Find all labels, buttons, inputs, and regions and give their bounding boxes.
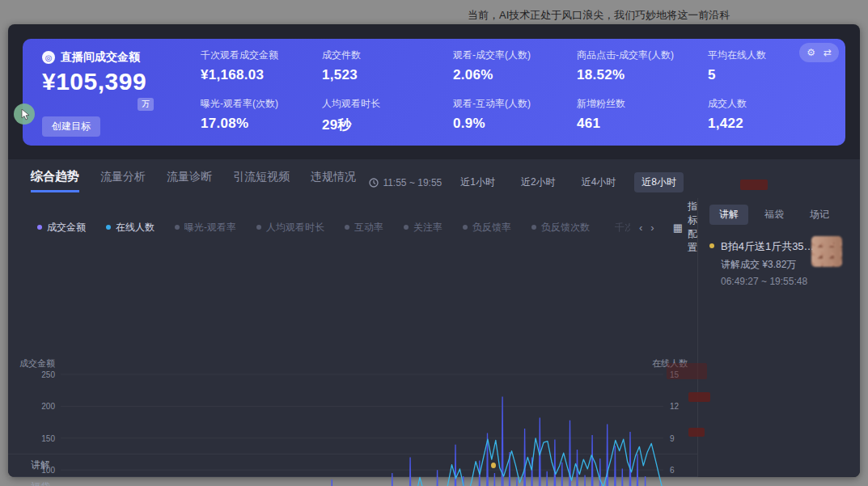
item-thumbnail (811, 236, 842, 267)
panel-tabs: 讲解 福袋 场记 (709, 205, 860, 225)
dot-icon (175, 225, 180, 230)
tab-violations[interactable]: 违规情况 (311, 170, 356, 190)
metric-config-button[interactable]: ▦ 指标配置 (673, 200, 697, 255)
cursor (14, 104, 35, 125)
metric-cell: 观看-成交率(人数) 2.06% (453, 49, 531, 83)
legend-pager: ‹ › (639, 222, 654, 234)
tab-overall-trend[interactable]: 综合趋势 (31, 169, 79, 192)
item-dot-icon (709, 243, 714, 248)
grid-icon: ▦ (673, 222, 683, 234)
metric-cell: 观看-互动率(人数) 0.9% (453, 97, 531, 132)
time-opt-2h[interactable]: 近2小时 (514, 172, 563, 192)
primary-metric-value: ¥105,399 (42, 68, 196, 95)
metric-cell: 成交人数 1,422 (708, 97, 747, 132)
svg-text:12: 12 (670, 402, 680, 411)
red-annotation (688, 428, 705, 437)
tab-traffic-diagnosis[interactable]: 流量诊断 (167, 170, 212, 190)
timeline-row-explain[interactable]: 讲解 (8, 454, 697, 475)
dot-icon (106, 225, 111, 230)
legend-negative-rate[interactable]: 负反馈率 (456, 218, 518, 237)
legend-row: 成交金额 在线人数 曝光-观看率 人均观看时长 互动率 关注率 (31, 200, 697, 255)
svg-text:成交金额: 成交金额 (19, 358, 55, 368)
time-opt-1h[interactable]: 近1小时 (453, 172, 502, 192)
dot-icon (37, 225, 42, 230)
gear-icon[interactable]: ⚙ (807, 47, 815, 58)
dot-icon (256, 225, 261, 230)
svg-text:200: 200 (41, 402, 55, 411)
metric-cell: 人均观看时长 29秒 (322, 97, 380, 134)
svg-text:150: 150 (41, 434, 55, 443)
dot-icon (531, 225, 536, 230)
svg-text:9: 9 (670, 434, 675, 443)
pager-prev-icon[interactable]: ‹ (639, 222, 642, 234)
legend-online-users[interactable]: 在线人数 (100, 218, 161, 237)
red-annotation (688, 392, 710, 402)
legend-negative-count[interactable]: 负反馈次数 (525, 218, 596, 237)
primary-metric: ◎ 直播间成交金额 ¥105,399 万 创建目标 (42, 50, 196, 137)
metric-cell: 曝光-观看率(次数) 17.08% (201, 97, 278, 132)
metric-cell: 平均在线人数 5 (708, 49, 766, 83)
dashboard-window: ◎ 直播间成交金额 ¥105,399 万 创建目标 千次观看成交金额 ¥1,16… (8, 24, 860, 477)
metric-cell: 商品点击-成交率(人数) 18.52% (577, 49, 674, 83)
legend-gmv[interactable]: 成交金额 (31, 218, 92, 237)
panel-tab-log[interactable]: 场记 (800, 205, 839, 225)
legend-follow-rate[interactable]: 关注率 (397, 218, 449, 237)
item-title: B拍4斤送1斤共35-4... (721, 239, 816, 254)
time-opt-8h[interactable]: 近8小时 (634, 172, 684, 192)
svg-text:250: 250 (41, 370, 55, 379)
legend-avg-watch-time[interactable]: 人均观看时长 (250, 218, 331, 237)
right-panel: 讲解 福袋 场记 B拍4斤送1斤共35-4... 讲解成交 ¥3.82万 06:… (697, 198, 860, 477)
clock-icon (369, 178, 379, 188)
dot-icon (345, 225, 349, 230)
trend-section: 综合趋势 流量分析 流量诊断 引流短视频 违规情况 11:55 ~ 19:55 … (8, 159, 860, 477)
explain-item[interactable]: B拍4斤送1斤共35-4... 讲解成交 ¥3.82万 06:49:27 ~ 1… (709, 239, 860, 287)
red-annotation (667, 363, 707, 379)
time-filter: 11:55 ~ 19:55 近1小时 近2小时 近4小时 近8小时 (369, 172, 684, 192)
desktop-caption: 当前，AI技术正处于风口浪尖，我们巧妙地将这一前沿科 (468, 8, 730, 23)
swap-icon[interactable]: ⇄ (824, 47, 832, 58)
legend-interaction-rate[interactable]: 互动率 (338, 218, 390, 237)
pager-next-icon[interactable]: › (650, 222, 654, 234)
target-icon: ◎ (42, 51, 55, 64)
tab-traffic-analysis[interactable]: 流量分析 (100, 170, 146, 190)
dot-icon (463, 225, 468, 230)
time-opt-4h[interactable]: 近4小时 (574, 172, 624, 192)
panel-tab-lucky-bag[interactable]: 福袋 (755, 205, 794, 225)
timeline-row-lucky-bag[interactable]: 福袋 (8, 476, 697, 486)
tab-short-video[interactable]: 引流短视频 (233, 170, 290, 190)
metric-cell: 千次观看成交金额 ¥1,168.03 (201, 49, 278, 83)
dot-icon (404, 225, 409, 230)
unit-badge: 万 (138, 98, 154, 111)
legend-exposure-view-rate[interactable]: 曝光-观看率 (168, 218, 243, 237)
panel-tab-explain[interactable]: 讲解 (709, 205, 748, 225)
banner-actions: ⚙ ⇄ (799, 43, 839, 62)
primary-metric-label: 直播间成交金额 (61, 50, 140, 65)
metric-cell: 新增粉丝数 461 (577, 97, 625, 132)
section-tabs: 综合趋势 流量分析 流量诊断 引流短视频 违规情况 (31, 169, 356, 192)
metrics-banner: ◎ 直播间成交金额 ¥105,399 万 创建目标 千次观看成交金额 ¥1,16… (23, 39, 845, 146)
item-time-range: 06:49:27 ~ 19:55:48 (721, 276, 860, 287)
timeline-marker-icon[interactable] (491, 463, 496, 468)
create-goal-button[interactable]: 创建目标 (42, 116, 100, 137)
red-annotation (740, 180, 768, 190)
legend-per-thousand[interactable]: 千次观看 (603, 218, 630, 237)
metric-cell: 成交件数 1,523 (322, 49, 361, 83)
time-range: 11:55 ~ 19:55 (369, 177, 442, 188)
